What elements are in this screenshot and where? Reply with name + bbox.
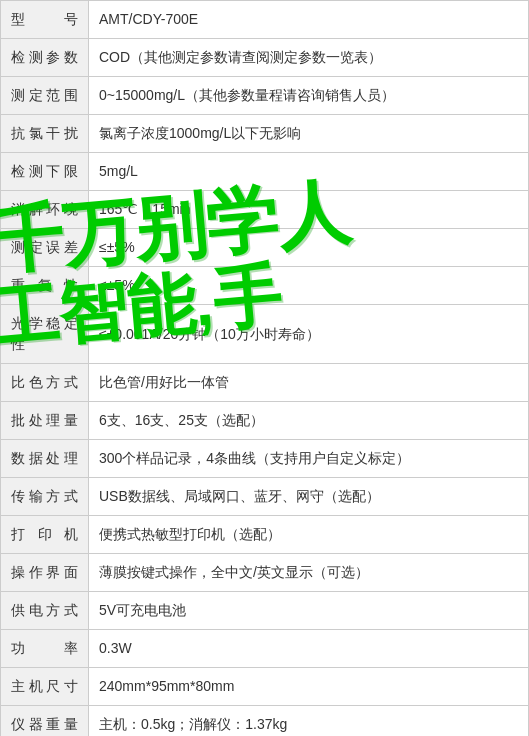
table-row: 检测参数COD（其他测定参数请查阅测定参数一览表）	[1, 39, 529, 77]
table-row: 检测下限5mg/L	[1, 153, 529, 191]
row-label: 传输方式	[1, 478, 89, 516]
row-label: 数据处理	[1, 440, 89, 478]
table-row: 型号AMT/CDY-700E	[1, 1, 529, 39]
table-row: 测定误差≤±5%	[1, 229, 529, 267]
specs-table: 型号AMT/CDY-700E检测参数COD（其他测定参数请查阅测定参数一览表）测…	[0, 0, 529, 736]
table-row: 仪器重量主机：0.5kg；消解仪：1.37kg	[1, 706, 529, 737]
table-row: 比色方式比色管/用好比一体管	[1, 364, 529, 402]
row-value: 165℃，15min	[89, 191, 529, 229]
row-label: 测定范围	[1, 77, 89, 115]
table-row: 功率0.3W	[1, 630, 529, 668]
row-label: 光学稳定性	[1, 305, 89, 364]
row-value: 便携式热敏型打印机（选配）	[89, 516, 529, 554]
table-row: 批处理量6支、16支、25支（选配）	[1, 402, 529, 440]
row-value: ≤±5%	[89, 267, 529, 305]
row-value: ≤±5%	[89, 229, 529, 267]
row-value: 0.3W	[89, 630, 529, 668]
row-value: AMT/CDY-700E	[89, 1, 529, 39]
row-label: 测定误差	[1, 229, 89, 267]
table-row: 操作界面薄膜按键式操作，全中文/英文显示（可选）	[1, 554, 529, 592]
row-value: 240mm*95mm*80mm	[89, 668, 529, 706]
row-value: 主机：0.5kg；消解仪：1.37kg	[89, 706, 529, 737]
table-row: 消解环境165℃，15min	[1, 191, 529, 229]
row-label: 比色方式	[1, 364, 89, 402]
row-label: 功率	[1, 630, 89, 668]
row-label: 仪器重量	[1, 706, 89, 737]
table-row: 测定范围0~15000mg/L（其他参数量程请咨询销售人员）	[1, 77, 529, 115]
row-value: ≤±0.001A/20分钟（10万小时寿命）	[89, 305, 529, 364]
row-label: 消解环境	[1, 191, 89, 229]
row-label: 打印机	[1, 516, 89, 554]
row-value: COD（其他测定参数请查阅测定参数一览表）	[89, 39, 529, 77]
table-row: 抗氯干扰氯离子浓度1000mg/L以下无影响	[1, 115, 529, 153]
table-row: 重复性≤±5%	[1, 267, 529, 305]
row-value: 6支、16支、25支（选配）	[89, 402, 529, 440]
table-row: 打印机便携式热敏型打印机（选配）	[1, 516, 529, 554]
row-value: USB数据线、局域网口、蓝牙、网守（选配）	[89, 478, 529, 516]
row-value: 比色管/用好比一体管	[89, 364, 529, 402]
row-label: 检测下限	[1, 153, 89, 191]
table-row: 数据处理300个样品记录，4条曲线（支持用户自定义标定）	[1, 440, 529, 478]
table-row: 主机尺寸240mm*95mm*80mm	[1, 668, 529, 706]
row-value: 薄膜按键式操作，全中文/英文显示（可选）	[89, 554, 529, 592]
row-value: 氯离子浓度1000mg/L以下无影响	[89, 115, 529, 153]
table-row: 传输方式USB数据线、局域网口、蓝牙、网守（选配）	[1, 478, 529, 516]
row-label: 供电方式	[1, 592, 89, 630]
row-label: 型号	[1, 1, 89, 39]
row-label: 抗氯干扰	[1, 115, 89, 153]
row-label: 重复性	[1, 267, 89, 305]
row-label: 操作界面	[1, 554, 89, 592]
row-value: 300个样品记录，4条曲线（支持用户自定义标定）	[89, 440, 529, 478]
row-value: 5V可充电电池	[89, 592, 529, 630]
row-label: 主机尺寸	[1, 668, 89, 706]
row-value: 0~15000mg/L（其他参数量程请咨询销售人员）	[89, 77, 529, 115]
row-label: 批处理量	[1, 402, 89, 440]
table-row: 光学稳定性≤±0.001A/20分钟（10万小时寿命）	[1, 305, 529, 364]
row-value: 5mg/L	[89, 153, 529, 191]
table-row: 供电方式5V可充电电池	[1, 592, 529, 630]
row-label: 检测参数	[1, 39, 89, 77]
